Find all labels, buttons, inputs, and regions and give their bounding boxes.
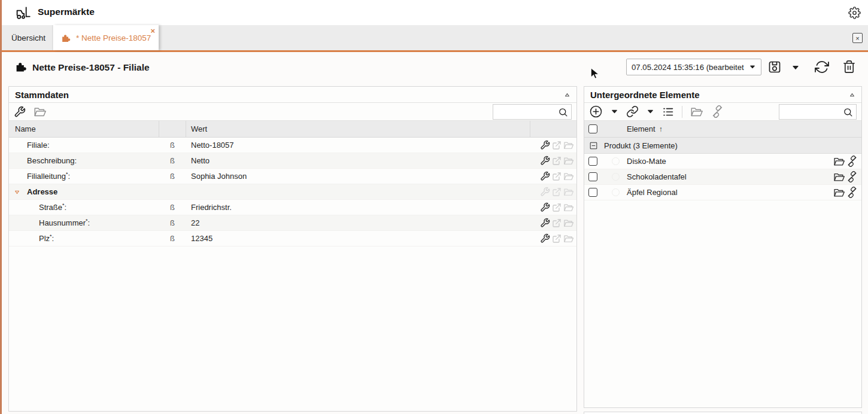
edit-field-button[interactable] [540, 187, 550, 197]
edit-field-button[interactable] [540, 202, 550, 212]
wrench-icon [540, 171, 550, 181]
open-selected-button[interactable] [690, 105, 703, 118]
group-label: Adresse [27, 187, 57, 196]
trash-icon [842, 60, 856, 74]
list-item[interactable]: Schokoladentafel [584, 169, 861, 185]
open-folder-icon [34, 105, 47, 118]
collapse-panel-button[interactable] [564, 92, 570, 98]
list-view-button[interactable] [662, 106, 674, 118]
table-row[interactable]: Straße*: ß Friedrichstr. [9, 200, 576, 215]
open-button[interactable] [563, 140, 574, 151]
open-folder-icon [563, 171, 574, 182]
table-row[interactable]: Beschreibung: ß Netto [9, 153, 576, 169]
add-element-button[interactable] [589, 105, 603, 118]
open-element-button[interactable] [833, 187, 845, 199]
tab-uebersicht[interactable]: Übersicht [5, 25, 53, 50]
open-element-button[interactable] [833, 171, 845, 183]
tab-close-icon[interactable]: × [150, 27, 155, 35]
collapse-group-button[interactable] [589, 141, 598, 150]
unlink-icon [846, 156, 858, 167]
row-checkbox[interactable] [588, 188, 597, 197]
list-item[interactable]: Äpfel Regional [584, 185, 861, 200]
open-button[interactable] [563, 202, 574, 213]
table-row[interactable]: Hausnummer*: ß 22 [9, 215, 576, 231]
link-element-button[interactable] [626, 105, 639, 118]
close-workspace-button[interactable]: × [852, 33, 863, 43]
table-row[interactable]: Plz*: ß 12345 [9, 231, 576, 246]
list-item[interactable]: Disko-Mate [584, 154, 861, 169]
search-input[interactable] [779, 105, 856, 119]
row-checkbox[interactable] [588, 157, 597, 166]
elements-column-header: Element ↑ [584, 121, 861, 138]
tab-nette-preise[interactable]: * Nette Preise-18057 × [53, 25, 159, 50]
unlink-element-button[interactable] [846, 171, 858, 182]
open-button[interactable] [563, 218, 574, 229]
sort-ascending-icon[interactable]: ↑ [659, 125, 663, 133]
app-title: Supermärkte [38, 7, 95, 17]
save-button[interactable] [767, 60, 782, 74]
unlink-element-button[interactable] [846, 187, 858, 198]
edit-field-button[interactable] [540, 218, 550, 228]
open-button[interactable] [563, 171, 574, 182]
link-icon [626, 105, 639, 118]
edit-field-button[interactable] [540, 140, 550, 150]
settings-button[interactable] [848, 6, 861, 19]
open-button[interactable] [563, 187, 574, 197]
status-dot [612, 173, 620, 181]
select-all-checkbox[interactable] [588, 124, 597, 133]
edit-field-button[interactable] [540, 171, 550, 181]
unlink-element-button[interactable] [846, 156, 858, 167]
open-folder-icon [563, 187, 574, 197]
field-label: Straße*: [39, 203, 66, 212]
add-element-dropdown-button[interactable] [611, 108, 618, 115]
link-element-dropdown-button[interactable] [647, 108, 654, 115]
elements-search [779, 104, 857, 120]
element-name: Disko-Mate [627, 157, 666, 166]
wrench-icon [540, 218, 550, 228]
expand-triangle-icon[interactable] [14, 189, 20, 196]
field-label: Filialleitung*: [27, 172, 70, 181]
refresh-button[interactable] [815, 60, 829, 74]
row-checkbox[interactable] [588, 172, 597, 181]
external-link-icon [552, 172, 562, 181]
unlink-icon [846, 171, 858, 182]
open-in-window-button[interactable] [552, 141, 562, 150]
edit-field-button[interactable] [540, 156, 550, 166]
column-name[interactable]: Name [15, 124, 36, 133]
edit-attributes-button[interactable] [14, 106, 26, 118]
open-button[interactable] [563, 156, 574, 166]
open-in-window-button[interactable] [552, 187, 562, 197]
save-options-dropdown-button[interactable] [791, 63, 800, 72]
element-group-row: Produkt (3 Elemente) [584, 138, 861, 154]
stammdaten-search [493, 104, 572, 120]
open-in-window-button[interactable] [552, 234, 562, 243]
triangle-up-icon [564, 92, 570, 98]
table-row[interactable]: Filialleitung*: ß Sophia Johnson [9, 169, 576, 184]
column-wert[interactable]: Wert [191, 124, 207, 133]
table-group-row[interactable]: Adresse [9, 184, 576, 200]
open-in-window-button[interactable] [552, 218, 562, 228]
puzzle-icon [61, 33, 71, 43]
open-all-button[interactable] [34, 105, 47, 118]
unlink-selected-button[interactable] [711, 105, 724, 118]
element-name: Schokoladentafel [627, 172, 687, 181]
open-in-window-button[interactable] [552, 172, 562, 181]
table-row[interactable]: Filiale: ß Netto-18057 [9, 138, 576, 153]
open-in-window-button[interactable] [552, 156, 562, 166]
delete-button[interactable] [842, 60, 856, 74]
status-dot [612, 157, 620, 165]
refresh-icon [815, 60, 829, 74]
string-type-icon: ß [170, 219, 175, 227]
window-accent-edge [0, 0, 2, 414]
collapse-panel-button[interactable] [849, 92, 855, 98]
string-type-icon: ß [170, 235, 175, 242]
open-in-window-button[interactable] [552, 203, 562, 212]
edit-field-button[interactable] [540, 233, 550, 243]
search-input[interactable] [493, 105, 571, 119]
open-button[interactable] [563, 233, 574, 244]
group-label: Produkt (3 Elemente) [604, 141, 678, 150]
open-element-button[interactable] [833, 156, 845, 168]
column-element[interactable]: Element [627, 124, 655, 133]
status-dot [612, 188, 620, 196]
version-dropdown[interactable]: 07.05.2024 15:35:16 (bearbeitet [626, 59, 761, 75]
